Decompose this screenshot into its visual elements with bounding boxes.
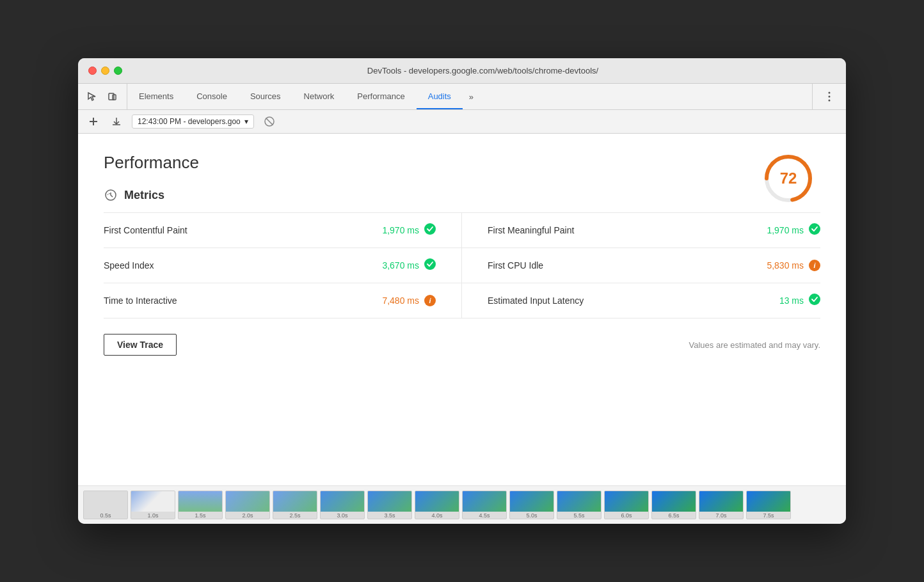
close-button[interactable] — [88, 67, 97, 75]
traffic-lights — [88, 67, 122, 75]
main-content: Performance 72 — [78, 134, 846, 485]
tab-elements[interactable]: Elements — [127, 84, 185, 109]
metric-value-group-fmp: 1,970 ms — [767, 223, 820, 237]
check-badge-eil — [809, 294, 820, 308]
toolbar-icons — [78, 84, 127, 109]
score-circle: 72 — [763, 153, 814, 204]
no-throttle-button[interactable] — [262, 114, 277, 129]
tab-audits[interactable]: Audits — [417, 84, 463, 109]
window-title: DevTools - developers.google.com/web/too… — [130, 66, 836, 75]
inspect-element-button[interactable] — [83, 85, 101, 108]
metric-speed-index: Speed Index 3,670 ms — [104, 248, 462, 283]
secondary-toolbar: 12:43:00 PM - developers.goo ▾ — [78, 110, 846, 134]
svg-point-9 — [424, 223, 436, 235]
minimize-button[interactable] — [101, 67, 109, 75]
metric-value-group-si: 3,670 ms — [382, 258, 436, 272]
svg-point-10 — [809, 223, 820, 235]
metric-time-to-interactive: Time to Interactive 7,480 ms i — [104, 283, 462, 319]
score-value: 72 — [780, 169, 797, 187]
metrics-icon — [104, 188, 118, 202]
check-badge-fmp — [809, 223, 820, 237]
tab-console[interactable]: Console — [185, 84, 239, 109]
filmstrip-thumb-12: 6.0s — [604, 491, 649, 519]
metric-value-group: 1,970 ms — [382, 223, 436, 237]
filmstrip-thumb-6: 3.0s — [320, 491, 365, 519]
metric-first-meaningful-paint: First Meaningful Paint 1,970 ms — [462, 213, 820, 248]
check-badge-si — [424, 258, 436, 272]
download-button[interactable] — [109, 114, 124, 129]
metrics-title: Metrics — [124, 189, 164, 202]
filmstrip-thumb-11: 5.5s — [557, 491, 601, 519]
svg-point-12 — [809, 294, 820, 305]
more-tabs-button[interactable]: » — [463, 84, 480, 109]
tab-performance[interactable]: Performance — [346, 84, 416, 109]
performance-section-title: Performance — [104, 153, 820, 173]
svg-point-11 — [424, 258, 436, 270]
svg-point-4 — [829, 100, 831, 102]
svg-point-2 — [829, 92, 831, 94]
filmstrip-thumb-15: 7.5s — [746, 491, 791, 519]
metrics-grid: First Contentful Paint 1,970 ms First Me… — [104, 212, 820, 319]
metric-estimated-input-latency: Estimated Input Latency 13 ms — [462, 283, 820, 319]
metric-first-cpu-idle: First CPU Idle 5,830 ms i — [462, 248, 820, 283]
maximize-button[interactable] — [114, 67, 122, 75]
tab-sources[interactable]: Sources — [239, 84, 292, 109]
filmstrip-thumb-5: 2.5s — [273, 491, 317, 519]
view-trace-button[interactable]: View Trace — [104, 334, 177, 356]
filmstrip-thumb-10: 5.0s — [509, 491, 554, 519]
check-badge-fcp — [424, 223, 436, 237]
add-audit-button[interactable] — [86, 114, 101, 129]
filmstrip-thumb-7: 3.5s — [367, 491, 412, 519]
devtools-toolbar: Elements Console Sources Network Perform… — [78, 84, 846, 110]
filmstrip-thumb-3: 1.5s — [178, 491, 223, 519]
devtools-menu-button[interactable] — [820, 85, 838, 108]
devtools-window: DevTools - developers.google.com/web/too… — [78, 58, 846, 524]
score-circle-container: 72 — [763, 153, 814, 204]
filmstrip-thumb-1: 0.5s — [83, 491, 128, 519]
metric-first-contentful-paint: First Contentful Paint 1,970 ms — [104, 213, 462, 248]
svg-point-3 — [829, 96, 831, 98]
metrics-header: Metrics — [104, 188, 820, 202]
filmstrip-thumb-13: 6.5s — [651, 491, 696, 519]
info-badge-tti[interactable]: i — [424, 295, 436, 306]
info-badge-fci[interactable]: i — [809, 260, 820, 271]
tabs: Elements Console Sources Network Perform… — [127, 84, 812, 109]
filmstrip-thumb-9: 4.5s — [462, 491, 507, 519]
values-note: Values are estimated and may vary. — [689, 340, 820, 350]
filmstrip-thumb-8: 4.0s — [415, 491, 459, 519]
filmstrip-thumb-4: 2.0s — [225, 491, 270, 519]
titlebar: DevTools - developers.google.com/web/too… — [78, 58, 846, 84]
device-toggle-button[interactable] — [104, 85, 122, 108]
toolbar-menu — [812, 84, 846, 109]
tab-network[interactable]: Network — [292, 84, 346, 109]
filmstrip: 0.5s 1.0s 1.5s 2.0s 2.5s 3.0s 3.5s 4.0s — [78, 485, 846, 524]
filmstrip-thumb-2: 1.0s — [131, 491, 175, 519]
view-trace-area: View Trace Values are estimated and may … — [104, 334, 820, 356]
metric-value-group-fci: 5,830 ms i — [767, 260, 820, 271]
filmstrip-thumb-14: 7.0s — [699, 491, 744, 519]
metric-value-group-eil: 13 ms — [779, 294, 820, 308]
audit-selector[interactable]: 12:43:00 PM - developers.goo ▾ — [132, 114, 254, 129]
metric-value-group-tti: 7,480 ms i — [382, 295, 436, 306]
